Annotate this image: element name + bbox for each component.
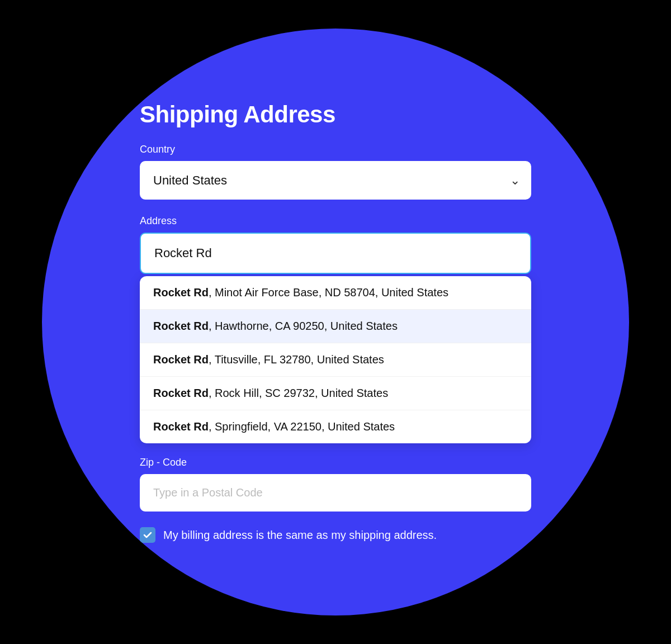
zip-section: Zip - Code — [140, 457, 531, 512]
suggestion-item[interactable]: Rocket Rd, Rock Hill, SC 29732, United S… — [140, 377, 531, 410]
main-circle: Shipping Address Country United States C… — [42, 29, 629, 615]
checkmark-icon — [143, 531, 152, 539]
page-title: Shipping Address — [140, 101, 531, 128]
suggestion-item[interactable]: Rocket Rd, Springfield, VA 22150, United… — [140, 410, 531, 443]
address-suggestions-dropdown: Rocket Rd, Minot Air Force Base, ND 5870… — [140, 276, 531, 443]
suggestion-text: , Springfield, VA 22150, United States — [209, 420, 395, 433]
suggestion-text: , Titusville, FL 32780, United States — [209, 353, 384, 366]
billing-label: My billing address is the same as my shi… — [163, 529, 437, 542]
billing-same-checkbox[interactable] — [140, 527, 155, 543]
country-label: Country — [140, 144, 531, 155]
suggestion-text: , Rock Hill, SC 29732, United States — [209, 387, 388, 399]
suggestion-item[interactable]: Rocket Rd, Minot Air Force Base, ND 5870… — [140, 276, 531, 310]
form-card: Shipping Address Country United States C… — [140, 90, 531, 554]
suggestion-bold: Rocket Rd — [153, 387, 209, 399]
zip-input[interactable] — [140, 474, 531, 512]
suggestion-bold: Rocket Rd — [153, 286, 209, 299]
address-label: Address — [140, 215, 531, 227]
country-select-wrapper: United States Canada United Kingdom Aust… — [140, 161, 531, 200]
address-input[interactable] — [140, 233, 531, 274]
suggestion-bold: Rocket Rd — [153, 353, 209, 366]
country-select[interactable]: United States Canada United Kingdom Aust… — [140, 161, 531, 200]
address-section: Address Rocket Rd, Minot Air Force Base,… — [140, 215, 531, 443]
suggestion-bold: Rocket Rd — [153, 420, 209, 433]
suggestion-item[interactable]: Rocket Rd, Hawthorne, CA 90250, United S… — [140, 310, 531, 343]
suggestion-text: , Minot Air Force Base, ND 58704, United… — [209, 286, 448, 299]
suggestion-item[interactable]: Rocket Rd, Titusville, FL 32780, United … — [140, 343, 531, 377]
zip-label: Zip - Code — [140, 457, 531, 468]
suggestion-text: , Hawthorne, CA 90250, United States — [209, 320, 398, 332]
suggestion-bold: Rocket Rd — [153, 320, 209, 332]
billing-row: My billing address is the same as my shi… — [140, 527, 531, 543]
